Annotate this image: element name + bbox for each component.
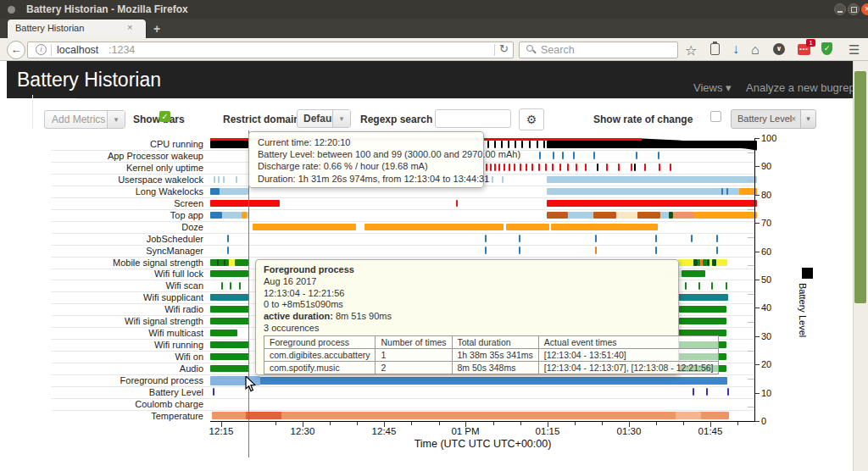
metric-bar-segment[interactable]: [573, 152, 575, 159]
metric-bar-segment[interactable]: [490, 163, 492, 171]
metric-bar-segment[interactable]: [486, 163, 487, 171]
metric-bar-segment[interactable]: [494, 141, 496, 148]
metric-bar-segment[interactable]: [585, 163, 587, 171]
metric-bar-segment[interactable]: [456, 200, 458, 207]
metric-bar-segment[interactable]: [706, 388, 708, 396]
metric-bar-segment[interactable]: [364, 224, 504, 230]
metric-bar-segment[interactable]: [210, 353, 249, 360]
metric-bar-segment[interactable]: [636, 176, 637, 183]
metric-bar-segment[interactable]: [519, 235, 520, 242]
metric-bar-segment[interactable]: [727, 388, 729, 396]
metric-bar-segment[interactable]: [214, 176, 215, 183]
metric-bar-segment[interactable]: [547, 200, 757, 207]
metric-bar-segment[interactable]: [494, 163, 496, 171]
metric-bar-segment[interactable]: [593, 212, 616, 219]
metric-bar-segment[interactable]: [492, 176, 493, 183]
metric-bar-segment[interactable]: [711, 282, 713, 290]
metric-bar-segment[interactable]: [716, 259, 727, 266]
metric-bar-segment[interactable]: [210, 341, 249, 348]
metric-bar-segment[interactable]: [253, 224, 356, 230]
metric-bar-segment[interactable]: [658, 152, 659, 159]
metric-bar-segment[interactable]: [502, 176, 504, 183]
metric-bar-segment[interactable]: [606, 163, 608, 171]
metric-bar-segment[interactable]: [593, 152, 595, 159]
metric-bar-segment[interactable]: [222, 212, 242, 219]
metric-bar-segment[interactable]: [682, 270, 705, 277]
metric-bar-segment[interactable]: [631, 163, 632, 171]
metric-bar-segment[interactable]: [217, 259, 219, 266]
metric-bar-segment[interactable]: [597, 163, 598, 171]
metric-bar-segment[interactable]: [485, 247, 487, 254]
metric-bar-segment[interactable]: [634, 163, 636, 171]
metric-bar-segment[interactable]: [693, 388, 694, 396]
metric-bar-segment[interactable]: [526, 163, 527, 171]
metric-bar-segment[interactable]: [660, 212, 669, 219]
metric-bar-segment[interactable]: [529, 141, 531, 148]
metric-bar-segment[interactable]: [210, 259, 229, 266]
metric-bar-segment[interactable]: [515, 141, 516, 148]
metric-bar-segment[interactable]: [514, 163, 515, 171]
metric-bar-segment[interactable]: [726, 188, 728, 195]
metric-bar-segment[interactable]: [223, 176, 225, 183]
metric-bar-segment[interactable]: [210, 306, 249, 313]
metric-bar-segment[interactable]: [210, 188, 220, 195]
metric-bar-segment[interactable]: [685, 282, 687, 290]
metric-bar-segment[interactable]: [595, 235, 597, 242]
metric-bar-segment[interactable]: [552, 163, 554, 171]
metric-bar-segment[interactable]: [210, 318, 249, 324]
metric-bar-segment[interactable]: [236, 176, 237, 183]
metric-bar-segment[interactable]: [210, 294, 249, 301]
metric-bar-segment[interactable]: [618, 163, 620, 171]
metric-bar-segment[interactable]: [235, 259, 248, 266]
metric-bar-segment[interactable]: [545, 163, 547, 171]
metric-bar-segment[interactable]: [553, 152, 554, 159]
metric-bar-segment[interactable]: [604, 176, 605, 183]
metric-bar-segment[interactable]: [716, 235, 718, 242]
metric-bar-segment[interactable]: [543, 141, 545, 148]
metric-bar-segment[interactable]: [677, 294, 728, 301]
metric-bar-segment[interactable]: [506, 224, 549, 230]
metric-bar-segment[interactable]: [726, 282, 727, 290]
metric-bar-segment[interactable]: [567, 163, 569, 171]
metric-bar-segment[interactable]: [695, 212, 757, 219]
metric-bar-segment[interactable]: [673, 212, 695, 219]
metric-bar-segment[interactable]: [210, 200, 280, 207]
metric-bar-segment[interactable]: [655, 247, 657, 254]
metric-bar-segment[interactable]: [220, 188, 248, 195]
metric-bar-segment[interactable]: [213, 388, 214, 396]
metric-bar-segment[interactable]: [547, 176, 757, 183]
metric-bar-segment[interactable]: [547, 212, 568, 219]
metric-bar-segment[interactable]: [531, 163, 533, 171]
metric-bar-segment[interactable]: [521, 141, 523, 148]
metric-bar-segment[interactable]: [227, 235, 229, 242]
metric-bar-segment[interactable]: [562, 152, 564, 159]
metric-bar-segment[interactable]: [508, 141, 509, 148]
metric-bar-segment[interactable]: [210, 212, 222, 219]
metric-bar-segment[interactable]: [691, 235, 693, 242]
metric-bar-segment[interactable]: [210, 141, 248, 148]
metric-bar-segment[interactable]: [230, 282, 231, 290]
metric-bar-segment[interactable]: [659, 163, 660, 171]
metric-bar-segment[interactable]: [616, 212, 637, 219]
metric-bar-segment[interactable]: [487, 141, 489, 148]
metric-bar-segment[interactable]: [679, 306, 726, 313]
metric-bar-segment[interactable]: [636, 152, 637, 159]
metric-bar-segment[interactable]: [670, 163, 671, 171]
metric-bar-segment[interactable]: [568, 212, 593, 219]
metric-bar-segment[interactable]: [721, 188, 723, 195]
metric-bar-segment[interactable]: [547, 188, 739, 195]
metric-bar-segment[interactable]: [229, 259, 235, 266]
metric-bar-segment[interactable]: [227, 247, 229, 254]
metric-bar-segment[interactable]: [595, 247, 597, 254]
metric-bar-segment[interactable]: [593, 176, 595, 183]
metric-bar-segment[interactable]: [210, 270, 248, 277]
metric-bar-segment[interactable]: [210, 377, 727, 385]
metric-bar-segment[interactable]: [576, 163, 577, 171]
metric-bar-segment[interactable]: [504, 163, 505, 171]
metric-bar-segment[interactable]: [246, 412, 281, 419]
metric-bar-segment[interactable]: [655, 235, 657, 242]
metric-bar-segment[interactable]: [679, 318, 726, 324]
metric-bar-segment[interactable]: [538, 163, 540, 171]
metric-bar-segment[interactable]: [678, 259, 693, 266]
metric-bar-segment[interactable]: [539, 152, 541, 159]
